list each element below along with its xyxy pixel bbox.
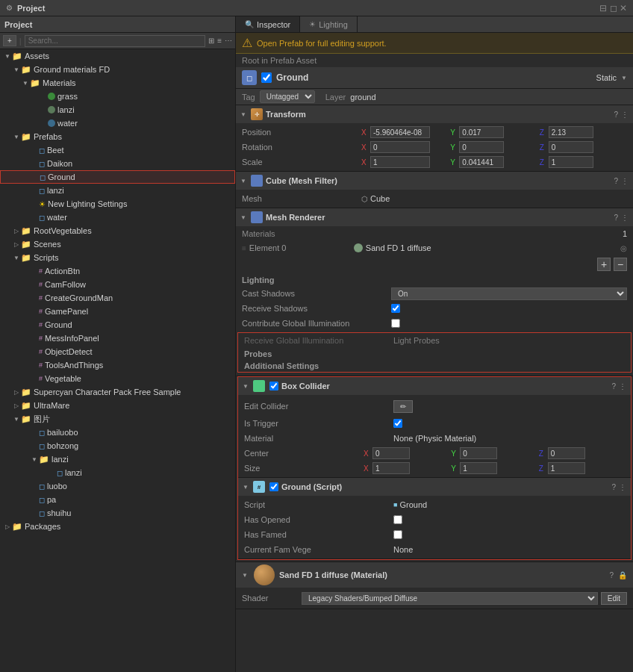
warning-icon: ⚠ [242,36,252,50]
tree-item-luobo[interactable]: ◻ luobo [0,479,235,493]
receive-shadows-checkbox[interactable] [391,304,400,313]
material-bottom-help[interactable]: ? [609,571,614,579]
scale-z-input[interactable] [549,156,593,168]
warning-text: Open Prefab for full editing support. [257,39,387,48]
tree-item-ultramare[interactable]: ▷ 📁 UltraMare [0,399,235,412]
center-z[interactable] [548,447,585,459]
position-label: Position [242,128,361,137]
tree-item-shuihu[interactable]: ◻ shuihu [0,506,235,520]
tree-label-packages: Packages [25,522,60,531]
material-select-icon[interactable]: ◎ [620,244,627,252]
tree-item-water-mat[interactable]: water [0,116,235,130]
material-remove-btn[interactable]: − [614,258,627,271]
size-x[interactable] [372,462,410,474]
has-famed-checkbox[interactable] [393,530,402,539]
size-y[interactable] [460,462,497,474]
tree-item-images[interactable]: ▼ 📁 图片 [0,412,235,426]
shader-dropdown[interactable]: Legacy Shaders/Bumped Diffuse [302,592,598,605]
box-collider-header[interactable]: ▼ Box Collider ? ⋮ [238,377,631,395]
layout-btn-2[interactable]: ≡ [217,37,222,45]
tree-item-lighting[interactable]: ☀ New Lighting Settings [0,197,235,211]
tree-item-packages[interactable]: ▷ 📁 Packages [0,520,235,533]
tree-item-creategroundman[interactable]: # CreateGroundMan [0,291,235,305]
tree-item-grass[interactable]: grass [0,90,235,103]
has-opened-checkbox[interactable] [393,515,402,524]
tree-item-daikon[interactable]: ◻ Daikon [0,157,235,170]
transform-menu[interactable]: ⋮ [621,111,629,119]
size-z[interactable] [548,462,585,474]
tree-item-materials[interactable]: ▼ 📁 Materials [0,76,235,90]
mesh-filter-header[interactable]: ▼ Cube (Mesh Filter) ? ⋮ [236,172,633,190]
tree-item-lanzi-mat[interactable]: lanzi [0,103,235,116]
tree-item-ground-script[interactable]: # Ground [0,318,235,332]
tree-item-scenes[interactable]: ▷ 📁 Scenes [0,237,235,251]
is-trigger-checkbox[interactable] [393,419,402,428]
ground-script-help[interactable]: ? [611,483,616,491]
center-x[interactable] [372,447,410,459]
tree-item-prefabs[interactable]: ▼ 📁 Prefabs [0,130,235,143]
ground-script-menu[interactable]: ⋮ [619,483,626,491]
is-trigger-row: Is Trigger [238,416,631,431]
transform-header[interactable]: ▼ ✛ Transform ? ⋮ [236,105,633,123]
tree-item-rootveg[interactable]: ▷ 📁 RootVegetables [0,224,235,237]
shader-edit-btn[interactable]: Edit [601,592,627,605]
scale-x-input[interactable] [370,156,430,168]
tree-item-lanzi-inner[interactable]: ◻ lanzi [0,466,235,479]
mesh-renderer-header[interactable]: ▼ Mesh Renderer ? ⋮ [236,208,633,226]
tree-item-messinfopanel[interactable]: # MessInfoPanel [0,332,235,345]
tree-item-lanzi-prefab[interactable]: ◻ lanzi [0,184,235,197]
pos-x-input[interactable] [370,126,430,138]
tree-item-vegetable[interactable]: # Vegetable [0,372,235,385]
transform-help[interactable]: ? [614,111,618,119]
box-collider-help[interactable]: ? [611,382,616,391]
material-bottom-header[interactable]: ▼ Sand FD 1 diffuse (Material) ? 🔒 [236,562,633,588]
box-collider-checkbox[interactable] [269,382,278,391]
search-input[interactable] [25,35,205,47]
tag-dropdown[interactable]: Untagged [260,90,315,103]
tree-item-toolsandthings[interactable]: # ToolsAndThings [0,358,235,372]
rot-x-input[interactable] [370,141,430,153]
layout-btn-3[interactable]: ⋯ [225,37,232,45]
rot-x-axis: X [361,143,369,152]
tree-item-bailuobo[interactable]: ◻ bailuobo [0,426,235,439]
scale-y-input[interactable] [459,156,504,168]
rot-z-input[interactable] [549,141,593,153]
pos-z-input[interactable] [549,126,593,138]
tree-item-ground[interactable]: ◻ Ground [0,170,235,184]
tree-item-assets[interactable]: ▼ 📁 Assets [0,49,235,63]
contribute-gi-row: Contribute Global Illumination [236,316,633,331]
mesh-filter-help[interactable]: ? [614,177,618,185]
mesh-renderer-menu[interactable]: ⋮ [621,214,629,222]
tree-item-scripts[interactable]: ▼ 📁 Scripts [0,251,235,264]
tree-item-objectdetect[interactable]: # ObjectDetect [0,345,235,358]
tab-inspector[interactable]: 🔍 Inspector [236,16,300,32]
tree-item-water-prefab[interactable]: ◻ water [0,211,235,224]
layout-btn-1[interactable]: ⊞ [208,37,214,45]
contribute-gi-checkbox[interactable] [391,319,400,328]
tree-item-actionbtn[interactable]: # ActionBtn [0,264,235,278]
rotation-row: Rotation X Y [236,140,633,155]
tree-item-lanzi-folder[interactable]: ▼ 📁 lanzi [0,452,235,466]
tree-item-pa[interactable]: ◻ pa [0,493,235,506]
mesh-renderer-help[interactable]: ? [614,214,618,222]
pos-y-input[interactable] [459,126,504,138]
tree-item-ground-materials[interactable]: ▼ 📁 Ground materials FD [0,63,235,76]
tree-item-gamepanel[interactable]: # GamePanel [0,305,235,318]
tree-item-beet[interactable]: ◻ Beet [0,143,235,157]
ground-script-checkbox[interactable] [269,482,278,491]
cast-shadows-dropdown[interactable]: On Off [391,287,627,300]
ground-script-header[interactable]: ▼ # Ground (Script) ? ⋮ [238,478,631,496]
tree-item-supercyan[interactable]: ▷ 📁 Supercyan Character Pack Free Sample [0,385,235,399]
material-add-btn[interactable]: + [597,258,611,271]
center-y[interactable] [460,447,497,459]
box-collider-menu[interactable]: ⋮ [619,382,626,391]
tab-lighting[interactable]: ☀ Lighting [300,16,358,32]
tree-label-camfollow: CamFollow [45,280,86,289]
edit-collider-btn[interactable]: ✏ [393,400,413,413]
mesh-filter-menu[interactable]: ⋮ [621,177,629,185]
rot-y-input[interactable] [459,141,504,153]
tree-item-camfollow[interactable]: # CamFollow [0,278,235,291]
tree-item-bohzong[interactable]: ◻ bohzong [0,439,235,452]
add-button[interactable]: + [3,35,16,46]
go-active-checkbox[interactable] [261,72,272,83]
